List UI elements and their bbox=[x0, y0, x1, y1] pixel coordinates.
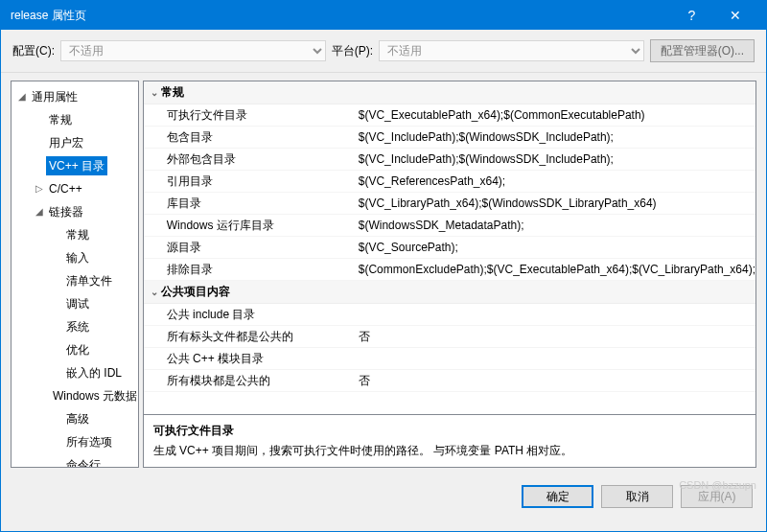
footer: 确定 取消 应用(A) bbox=[1, 475, 766, 518]
help-button[interactable]: ? bbox=[670, 8, 713, 23]
property-value[interactable]: $(VC_LibraryPath_x64);$(WindowsSDK_Libra… bbox=[359, 195, 755, 212]
tree-item-label: 通用属性 bbox=[29, 87, 81, 106]
tree-item-label: VC++ 目录 bbox=[46, 156, 107, 175]
tree-item-label: 链接器 bbox=[46, 202, 86, 221]
expand-open-icon[interactable]: ◢ bbox=[33, 203, 46, 220]
description-panel: 可执行文件目录 生成 VC++ 项目期间，搜索可执行文件时使用的路径。 与环境变… bbox=[143, 415, 756, 468]
property-row[interactable]: 所有标头文件都是公共的否 bbox=[144, 326, 755, 348]
tree-item[interactable]: 常规 bbox=[12, 223, 138, 246]
nav-tree[interactable]: ◢通用属性常规用户宏VC++ 目录▷C/C++◢链接器常规输入清单文件调试系统优… bbox=[11, 81, 139, 468]
property-name: 库目录 bbox=[167, 195, 359, 212]
platform-label: 平台(P): bbox=[332, 43, 373, 59]
tree-item-label: 命令行 bbox=[63, 455, 104, 468]
titlebar: release 属性页 ? ✕ bbox=[1, 1, 766, 30]
property-row[interactable]: 排除目录$(CommonExcludePath);$(VC_Executable… bbox=[144, 259, 755, 281]
tree-item[interactable]: ◢链接器 bbox=[12, 200, 138, 223]
property-name: 源目录 bbox=[167, 239, 359, 256]
property-row[interactable]: 公共 C++ 模块目录 bbox=[144, 348, 755, 370]
description-body: 生成 VC++ 项目期间，搜索可执行文件时使用的路径。 与环境变量 PATH 相… bbox=[153, 443, 746, 459]
section-title: 常规 bbox=[161, 84, 184, 101]
property-value[interactable] bbox=[359, 306, 755, 323]
tree-item[interactable]: VC++ 目录 bbox=[12, 154, 138, 177]
property-name: Windows 运行库目录 bbox=[167, 217, 359, 234]
tree-item[interactable]: ▷C/C++ bbox=[12, 177, 138, 200]
tree-item-label: Windows 元数据 bbox=[50, 386, 139, 405]
property-value[interactable]: $(VC_SourcePath); bbox=[359, 239, 755, 256]
tree-item-label: 清单文件 bbox=[63, 271, 115, 290]
tree-item[interactable]: 系统 bbox=[12, 315, 138, 338]
tree-item-label: 系统 bbox=[63, 317, 92, 336]
property-row[interactable]: 可执行文件目录$(VC_ExecutablePath_x64);$(Common… bbox=[144, 104, 755, 127]
tree-item[interactable]: 嵌入的 IDL bbox=[12, 361, 138, 384]
property-row[interactable]: 引用目录$(VC_ReferencesPath_x64); bbox=[144, 171, 755, 193]
tree-item[interactable]: 调试 bbox=[12, 292, 138, 315]
tree-item-label: C/C++ bbox=[46, 179, 85, 198]
config-manager-button[interactable]: 配置管理器(O)... bbox=[650, 39, 755, 62]
tree-item[interactable]: 常规 bbox=[12, 108, 138, 131]
property-row[interactable]: Windows 运行库目录$(WindowsSDK_MetadataPath); bbox=[144, 215, 755, 237]
tree-item-label: 常规 bbox=[63, 225, 92, 244]
property-name: 排除目录 bbox=[167, 261, 359, 278]
tree-item[interactable]: 用户宏 bbox=[12, 131, 138, 154]
property-name: 所有模块都是公共的 bbox=[167, 372, 359, 389]
property-name: 包含目录 bbox=[167, 128, 359, 146]
property-value[interactable]: 否 bbox=[359, 328, 755, 345]
tree-item-label: 输入 bbox=[63, 248, 92, 267]
tree-item-label: 所有选项 bbox=[63, 432, 115, 451]
tree-item-label: 常规 bbox=[46, 110, 75, 129]
tree-item-label: 优化 bbox=[63, 340, 92, 359]
watermark: CSDN @bzzupn bbox=[679, 479, 756, 491]
platform-select[interactable]: 不适用 bbox=[379, 40, 644, 61]
property-value[interactable]: $(VC_IncludePath);$(WindowsSDK_IncludePa… bbox=[359, 150, 755, 168]
property-name: 公共 include 目录 bbox=[167, 306, 359, 323]
property-value[interactable]: $(CommonExcludePath);$(VC_ExecutablePath… bbox=[359, 261, 755, 278]
property-row[interactable]: 源目录$(VC_SourcePath); bbox=[144, 237, 755, 259]
description-title: 可执行文件目录 bbox=[153, 423, 746, 439]
grid-section-header[interactable]: ⌄公共项目内容 bbox=[144, 281, 755, 304]
window-title: release 属性页 bbox=[11, 8, 670, 24]
tree-item-label: 调试 bbox=[63, 294, 92, 313]
property-name: 外部包含目录 bbox=[167, 150, 359, 168]
tree-item[interactable]: Windows 元数据 bbox=[12, 384, 138, 407]
property-value[interactable]: $(VC_ReferencesPath_x64); bbox=[359, 173, 755, 190]
close-button[interactable]: ✕ bbox=[713, 8, 756, 23]
section-title: 公共项目内容 bbox=[161, 284, 230, 300]
property-value[interactable] bbox=[359, 350, 755, 367]
tree-item[interactable]: 输入 bbox=[12, 246, 138, 269]
tree-item-label: 嵌入的 IDL bbox=[63, 363, 125, 382]
property-grid[interactable]: ⌄常规可执行文件目录$(VC_ExecutablePath_x64);$(Com… bbox=[143, 81, 756, 415]
property-name: 公共 C++ 模块目录 bbox=[167, 350, 359, 367]
property-value[interactable]: $(VC_ExecutablePath_x64);$(CommonExecuta… bbox=[359, 106, 755, 124]
property-name: 可执行文件目录 bbox=[167, 106, 359, 124]
property-row[interactable]: 外部包含目录$(VC_IncludePath);$(WindowsSDK_Inc… bbox=[144, 149, 755, 171]
tree-item[interactable]: 优化 bbox=[12, 338, 138, 361]
collapse-icon[interactable]: ⌄ bbox=[148, 87, 161, 98]
property-value[interactable]: $(WindowsSDK_MetadataPath); bbox=[359, 217, 755, 234]
tree-item[interactable]: 清单文件 bbox=[12, 269, 138, 292]
tree-item[interactable]: 命令行 bbox=[12, 453, 138, 468]
property-row[interactable]: 包含目录$(VC_IncludePath);$(WindowsSDK_Inclu… bbox=[144, 127, 755, 149]
property-row[interactable]: 所有模块都是公共的否 bbox=[144, 370, 755, 392]
config-select[interactable]: 不适用 bbox=[60, 40, 326, 61]
property-row[interactable]: 公共 include 目录 bbox=[144, 304, 755, 326]
expand-closed-icon[interactable]: ▷ bbox=[33, 180, 46, 197]
tree-item-label: 用户宏 bbox=[46, 133, 86, 152]
property-value[interactable]: $(VC_IncludePath);$(WindowsSDK_IncludePa… bbox=[359, 128, 755, 146]
cancel-button[interactable]: 取消 bbox=[601, 485, 673, 508]
toolbar: 配置(C): 不适用 平台(P): 不适用 配置管理器(O)... bbox=[1, 30, 766, 73]
expand-open-icon[interactable]: ◢ bbox=[15, 88, 29, 105]
property-name: 所有标头文件都是公共的 bbox=[167, 328, 359, 345]
tree-item[interactable]: 高级 bbox=[12, 407, 138, 430]
property-value[interactable]: 否 bbox=[359, 372, 755, 389]
tree-item[interactable]: 所有选项 bbox=[12, 430, 138, 453]
tree-item-label: 高级 bbox=[63, 409, 92, 428]
collapse-icon[interactable]: ⌄ bbox=[148, 287, 161, 297]
ok-button[interactable]: 确定 bbox=[522, 485, 593, 508]
config-label: 配置(C): bbox=[12, 43, 55, 59]
grid-section-header[interactable]: ⌄常规 bbox=[144, 81, 755, 104]
property-name: 引用目录 bbox=[167, 173, 359, 190]
property-row[interactable]: 库目录$(VC_LibraryPath_x64);$(WindowsSDK_Li… bbox=[144, 193, 755, 215]
tree-item[interactable]: ◢通用属性 bbox=[12, 85, 138, 108]
